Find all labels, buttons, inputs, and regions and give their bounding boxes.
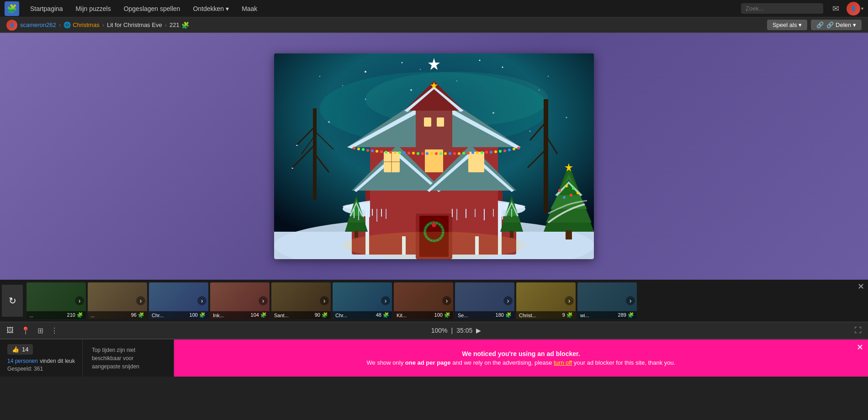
svg-rect-52 bbox=[468, 152, 484, 172]
svg-point-69 bbox=[394, 151, 397, 154]
svg-point-140 bbox=[410, 89, 412, 91]
thumbnail-item-3[interactable]: Ink... 104 🧩 › bbox=[210, 282, 270, 319]
chevron-down-icon bbox=[226, 5, 229, 12]
thumb-arrow-1[interactable]: › bbox=[136, 296, 145, 305]
ad-turn-off-link[interactable]: turn off bbox=[554, 359, 572, 366]
svg-point-60 bbox=[353, 147, 355, 149]
thumb-arrow-3[interactable]: › bbox=[259, 296, 268, 305]
svg-point-80 bbox=[444, 152, 447, 155]
thumbnail-item-9[interactable]: wi... 289 🧩 › bbox=[577, 282, 637, 319]
thumb-arrow-5[interactable]: › bbox=[381, 296, 390, 305]
svg-point-72 bbox=[408, 152, 410, 154]
thumb-arrow-0[interactable]: › bbox=[75, 296, 84, 305]
avatar[interactable]: 👤 bbox=[847, 2, 860, 16]
ad-close-button[interactable]: ✕ bbox=[857, 342, 863, 352]
svg-point-118 bbox=[570, 194, 572, 197]
user-avatar[interactable]: 👤 bbox=[6, 20, 17, 31]
thumb-count-2: 100 🧩 bbox=[190, 312, 206, 318]
toolbar-center: 100% | 35:05 ▶ bbox=[65, 327, 847, 334]
chevron-down-icon-delen: ▾ bbox=[853, 21, 856, 28]
thumb-count-3: 104 🧩 bbox=[251, 312, 267, 318]
thumb-count-7: 180 🧩 bbox=[496, 312, 512, 318]
main-puzzle-area bbox=[0, 33, 868, 280]
avatar-chevron-icon[interactable]: ▾ bbox=[861, 6, 863, 11]
svg-point-77 bbox=[430, 152, 433, 155]
thumb-arrow-9[interactable]: › bbox=[626, 296, 635, 305]
share-button[interactable]: 🔗 🔗 Delen ▾ bbox=[811, 20, 862, 30]
svg-rect-44 bbox=[416, 108, 452, 154]
puzzle-image-container bbox=[274, 53, 594, 259]
ad-notice-banner: ✕ We noticed you're using an ad blocker.… bbox=[174, 340, 868, 377]
nav-item-saved[interactable]: Opgeslagen spellen bbox=[117, 0, 187, 17]
image-icon[interactable]: 🖼 bbox=[6, 326, 14, 335]
svg-point-136 bbox=[328, 121, 330, 123]
play-as-button[interactable]: Speel als ▾ bbox=[767, 20, 807, 30]
thumbnail-item-0[interactable]: ... 210 🧩 › bbox=[26, 282, 86, 319]
puzzle-icon: 🧩 bbox=[181, 21, 189, 29]
thumbnail-item-4[interactable]: Sant... 90 🧩 › bbox=[271, 282, 331, 319]
thumb-count-4: 90 🧩 bbox=[315, 312, 328, 318]
thumb-count-1: 96 🧩 bbox=[131, 312, 144, 318]
thumbnail-item-2[interactable]: Chr... 100 🧩 › bbox=[149, 282, 208, 319]
svg-point-88 bbox=[481, 151, 483, 154]
thumb-arrow-8[interactable]: › bbox=[565, 296, 574, 305]
thumb-arrow-4[interactable]: › bbox=[320, 296, 329, 305]
svg-point-137 bbox=[365, 99, 366, 100]
mail-icon[interactable]: ✉ bbox=[829, 4, 843, 14]
thumbnail-item-8[interactable]: Christ... 9 🧩 › bbox=[516, 282, 576, 319]
breadcrumb-category[interactable]: Christmas bbox=[73, 21, 100, 28]
svg-point-92 bbox=[499, 150, 502, 153]
svg-rect-48 bbox=[424, 117, 431, 127]
logo-icon: 🧩 bbox=[7, 4, 17, 14]
thumbnail-item-6[interactable]: Kit... 100 🧩 › bbox=[394, 282, 453, 319]
svg-point-1 bbox=[365, 71, 366, 73]
refresh-button[interactable]: ↻ bbox=[2, 285, 23, 317]
nav-item-my-puzzles[interactable]: Mijn puzzels bbox=[69, 0, 117, 17]
more-options-icon[interactable]: ⋮ bbox=[51, 326, 58, 335]
play-icon[interactable]: ▶ bbox=[476, 327, 481, 334]
thumbnail-strip: ↻ ... 210 🧩 › ... 96 🧩 › Chr... 100 🧩 bbox=[0, 280, 868, 322]
nav-item-discover[interactable]: Ontdekken bbox=[186, 0, 235, 17]
grid-icon[interactable]: ⊞ bbox=[37, 326, 43, 335]
svg-point-119 bbox=[577, 191, 579, 194]
nav-item-home[interactable]: Startpagina bbox=[24, 0, 69, 17]
svg-rect-105 bbox=[510, 231, 513, 238]
svg-point-66 bbox=[380, 150, 383, 153]
search-input[interactable] bbox=[741, 3, 823, 14]
thumb-arrow-7[interactable]: › bbox=[503, 296, 513, 305]
svg-point-117 bbox=[563, 196, 566, 199]
toolbar-right: ⛶ bbox=[854, 326, 862, 335]
fullscreen-icon[interactable]: ⛶ bbox=[854, 326, 862, 335]
strip-close-button[interactable]: ✕ bbox=[857, 282, 864, 292]
thumbnail-item-7[interactable]: Se... 180 🧩 › bbox=[455, 282, 514, 319]
svg-point-74 bbox=[417, 152, 419, 155]
thumb-arrow-2[interactable]: › bbox=[197, 296, 206, 305]
likes-persons-link[interactable]: 14 personen bbox=[7, 358, 38, 364]
thumbnail-item-1[interactable]: ... 96 🧩 › bbox=[88, 282, 147, 319]
svg-rect-24 bbox=[544, 99, 548, 213]
breadcrumb-actions: Speel als ▾ 🔗 🔗 Delen ▾ bbox=[767, 20, 862, 30]
svg-point-7 bbox=[479, 60, 481, 61]
nav-item-make[interactable]: Maak bbox=[235, 0, 264, 17]
globe-icon: 🌐 bbox=[64, 21, 71, 28]
bottom-panel: 👍 14 14 personen vinden dit leuk Gespeel… bbox=[0, 339, 868, 377]
thumb-label-2: Chr... bbox=[152, 313, 164, 318]
svg-point-63 bbox=[366, 149, 369, 152]
thumb-label-0: ... bbox=[29, 313, 33, 318]
svg-point-6 bbox=[342, 85, 343, 86]
thumb-arrow-6[interactable]: › bbox=[442, 296, 451, 305]
svg-point-83 bbox=[458, 152, 460, 155]
svg-point-139 bbox=[529, 131, 531, 132]
ad-notice-body: We show only one ad per page and we rely… bbox=[367, 359, 676, 366]
site-logo[interactable]: 🧩 bbox=[5, 1, 19, 16]
thumb-label-8: Christ... bbox=[519, 313, 536, 318]
thumb-label-5: Chr... bbox=[335, 313, 347, 318]
thumbnail-item-5[interactable]: Chr... 48 🧩 › bbox=[333, 282, 392, 319]
breadcrumb-user[interactable]: scameron262 bbox=[20, 21, 56, 28]
flag-icon[interactable]: 📍 bbox=[21, 326, 30, 335]
svg-point-2 bbox=[402, 62, 403, 64]
like-button[interactable]: 👍 14 bbox=[7, 344, 33, 355]
svg-point-115 bbox=[565, 185, 568, 187]
svg-point-141 bbox=[566, 117, 567, 118]
svg-point-90 bbox=[490, 151, 492, 154]
